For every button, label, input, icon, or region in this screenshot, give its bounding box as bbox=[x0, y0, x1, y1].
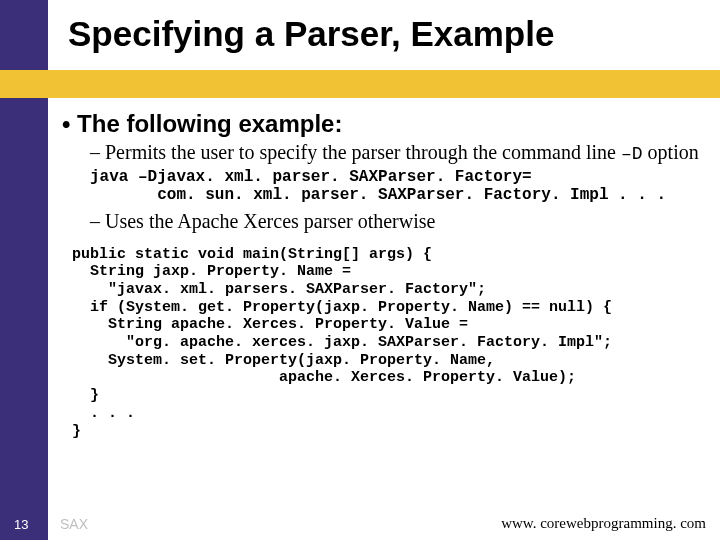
footer-left-label: SAX bbox=[60, 516, 88, 532]
bullet-l2a-text-pre: Permits the user to specify the parser t… bbox=[105, 141, 621, 163]
code-block-cmdline: java –Djavax. xml. parser. SAXParser. Fa… bbox=[90, 168, 702, 205]
slide-body: The following example: Permits the user … bbox=[62, 110, 702, 440]
page-number: 13 bbox=[14, 517, 28, 532]
code-block-main: public static void main(String[] args) {… bbox=[72, 246, 702, 441]
footer-url: www. corewebprogramming. com bbox=[501, 515, 706, 532]
bullet-level1: The following example: bbox=[62, 110, 702, 138]
bullet-level2-a: Permits the user to specify the parser t… bbox=[90, 142, 702, 164]
inline-code-d-option: –D bbox=[621, 144, 643, 164]
slide-title: Specifying a Parser, Example bbox=[68, 14, 554, 54]
bullet-l2a-text-post: option bbox=[643, 141, 699, 163]
slide-footer: 13 SAX www. corewebprogramming. com bbox=[0, 508, 720, 532]
bullet-level2-b: Uses the Apache Xerces parser otherwise bbox=[90, 211, 702, 232]
title-underline-band bbox=[0, 70, 720, 98]
